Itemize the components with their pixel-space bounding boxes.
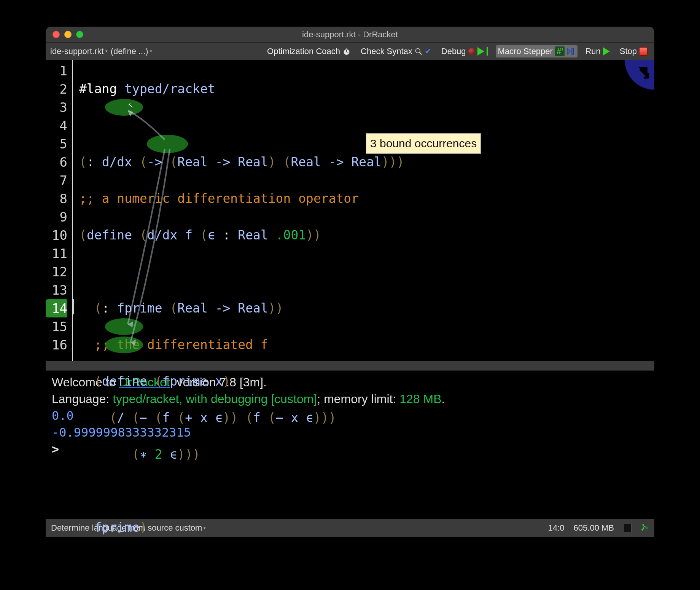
traffic-lights (46, 31, 83, 38)
stopwatch-icon (342, 47, 351, 56)
svg-rect-1 (346, 48, 347, 49)
line-number: 1 (46, 62, 67, 80)
stop-label: Stop (620, 46, 637, 56)
stop-button[interactable]: Stop (617, 45, 650, 57)
line-number: 7 (46, 171, 67, 190)
editor-pane[interactable]: ↘ 1 2 3 4 5 6 7 8 9 10 11 12 13 14 15 16… (46, 60, 654, 361)
svg-point-4 (415, 48, 420, 53)
defs-dropdown-label: (define ...) (111, 46, 148, 56)
check-syntax-label: Check Syntax (361, 46, 412, 56)
drracket-window: ide-support.rkt - DrRacket ide-support.r… (46, 27, 654, 537)
stop-icon (639, 47, 648, 56)
text-cursor (73, 299, 74, 314)
zoom-icon[interactable] (76, 31, 83, 38)
svg-marker-6 (568, 48, 571, 54)
code-line: (/ (− (f (+ x ϵ)) (f (− x ϵ))) (79, 409, 654, 427)
run-button[interactable]: Run (583, 45, 612, 57)
code-line: ;; a numeric differentiation operator (79, 190, 654, 208)
optimization-coach-label: Optimization Coach (267, 46, 340, 56)
step-forward-icon (567, 47, 575, 56)
debug-button[interactable]: Debug (439, 45, 490, 57)
magnifier-icon (415, 48, 422, 55)
chevron-down-icon: ▾ (105, 49, 108, 54)
line-number: 13 (46, 281, 67, 299)
optimization-coach-button[interactable]: Optimization Coach (265, 45, 353, 57)
code-line: fprime) (79, 518, 654, 537)
debug-label: Debug (441, 46, 466, 56)
minimize-icon[interactable] (64, 31, 72, 38)
code-line (79, 482, 654, 500)
code-line: (∗ 2 ϵ))) (79, 445, 654, 464)
line-number: 6 (46, 153, 67, 171)
checkmark-icon: ✔ (425, 46, 431, 56)
line-number: 8 (46, 190, 67, 208)
titlebar: ide-support.rkt - DrRacket (46, 27, 654, 43)
code-line: #lang typed/racket (79, 80, 654, 98)
file-dropdown-label: ide-support.rkt (50, 46, 104, 56)
line-number-current: 14 (46, 299, 67, 317)
code-area[interactable]: #lang typed/racket (: d/dx (-> (Real -> … (73, 60, 654, 361)
line-number: 3 (46, 98, 67, 116)
hash-tick-icon: #' (555, 46, 565, 56)
line-number: 5 (46, 135, 67, 153)
defs-dropdown[interactable]: (define ...) ▾ (111, 46, 152, 56)
code-line (79, 263, 654, 281)
file-dropdown[interactable]: ide-support.rkt ▾ (50, 46, 108, 56)
bug-icon (468, 48, 475, 55)
play-icon (477, 47, 484, 56)
line-number: 4 (46, 116, 67, 135)
line-number: 15 (46, 317, 67, 336)
code-line: (: fprime (Real -> Real)) (79, 299, 654, 317)
toolbar: ide-support.rkt ▾ (define ...) ▾ Optimiz… (46, 43, 654, 60)
code-line: (: d/dx (-> (Real -> Real) (Real -> Real… (79, 153, 654, 171)
line-number: 9 (46, 208, 67, 226)
code-line (79, 116, 654, 135)
macro-stepper-button[interactable]: Macro Stepper #' (496, 45, 578, 57)
code-line: (define (fprime x) (79, 372, 654, 391)
macro-stepper-label: Macro Stepper (498, 46, 553, 56)
play-icon (603, 47, 610, 56)
line-number: 16 (46, 336, 67, 354)
chevron-down-icon: ▾ (150, 49, 152, 54)
line-number: 11 (46, 244, 67, 263)
run-label: Run (585, 46, 600, 56)
window-title: ide-support.rkt - DrRacket (46, 30, 654, 40)
check-syntax-button[interactable]: Check Syntax ✔ (358, 45, 434, 57)
line-number: 12 (46, 263, 67, 281)
line-number: 2 (46, 80, 67, 98)
step-bar-icon (487, 47, 488, 56)
binding-tooltip: 3 bound occurrences (366, 133, 481, 154)
svg-line-5 (419, 52, 422, 54)
code-line: ;; the differentiated f (79, 336, 654, 354)
svg-rect-7 (572, 48, 574, 54)
code-line: (define (d/dx f (ϵ : Real .001)) (79, 226, 654, 244)
close-icon[interactable] (52, 31, 60, 38)
line-number: 10 (46, 226, 67, 244)
line-gutter: 1 2 3 4 5 6 7 8 9 10 11 12 13 14 15 16 (46, 60, 73, 361)
